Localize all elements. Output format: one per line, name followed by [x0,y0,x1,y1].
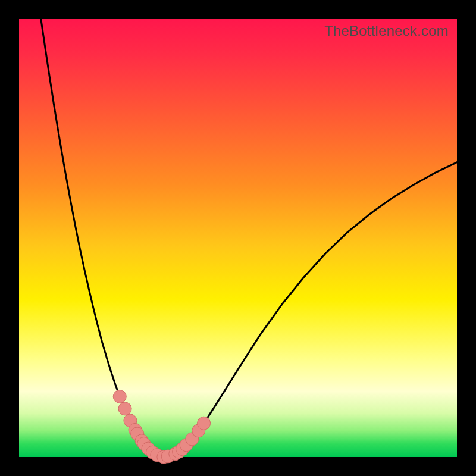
plot-area: TheBottleneck.com [19,19,457,457]
scatter-marker [146,446,159,459]
chart-stage: TheBottleneck.com [0,0,476,476]
scatter-marker [113,390,126,403]
scatter-marker [137,437,151,450]
scatter-marker [169,447,182,461]
scatter-marker [186,433,199,446]
scatter-marker [192,424,205,437]
scatter-marker [180,439,193,452]
bottleneck-curve [41,19,457,457]
scatter-marker [176,443,189,456]
scatter-marker [131,427,144,440]
scatter-marker [161,450,174,463]
watermark-text: TheBottleneck.com [324,23,449,39]
scatter-marker [129,423,142,436]
scatter-marker [173,445,186,458]
curve-layer [19,19,457,457]
scatter-marker [198,416,211,430]
scatter-marker [135,434,148,447]
scatter-marker [118,402,131,415]
scatter-marker [151,449,164,462]
scatter-markers [113,390,210,464]
scatter-marker [157,450,170,464]
scatter-marker [124,414,137,427]
marker-layer [19,19,457,457]
scatter-marker [142,442,155,455]
